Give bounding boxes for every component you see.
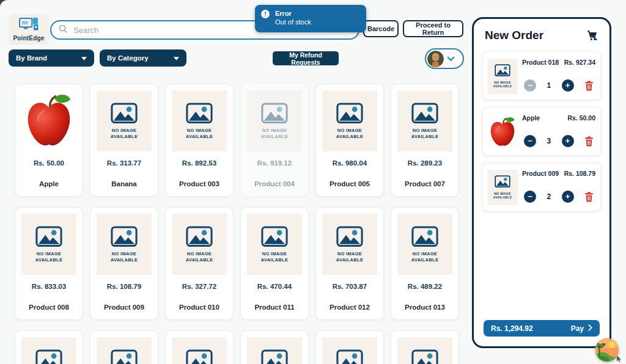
no-image-placeholder: NO IMAGEAVAILABLE bbox=[261, 226, 289, 263]
no-image-label: NO IMAGEAVAILABLE bbox=[261, 251, 289, 263]
new-order-panel: New Order NO IMAGEAVAILABLE Product 018 … bbox=[472, 17, 611, 348]
increase-quantity-button[interactable]: + bbox=[562, 191, 574, 203]
product-image: NO IMAGEAVAILABLE bbox=[172, 90, 227, 151]
product-card-partial[interactable]: NO IMAGEAVAILABLE bbox=[391, 330, 459, 364]
product-image: NO IMAGEAVAILABLE bbox=[247, 90, 302, 151]
no-image-icon bbox=[336, 103, 363, 123]
apple-image bbox=[24, 93, 74, 148]
no-image-placeholder: NO IMAGEAVAILABLE bbox=[35, 226, 63, 263]
decrease-quantity-button[interactable]: − bbox=[524, 135, 536, 147]
landscape-widget[interactable] bbox=[595, 338, 619, 362]
no-image-placeholder: NO IMAGEAVAILABLE bbox=[261, 103, 289, 140]
my-refund-requests-button[interactable]: My Refund Requests bbox=[273, 51, 339, 65]
cart-item-price: Rs. 927.34 bbox=[564, 59, 595, 66]
increase-quantity-button[interactable]: + bbox=[562, 135, 574, 147]
delete-item-icon[interactable] bbox=[584, 192, 594, 202]
no-image-icon bbox=[411, 349, 438, 364]
product-card[interactable]: NO IMAGEAVAILABLE Rs. 489.22 Product 013 bbox=[391, 207, 459, 320]
product-card[interactable]: NO IMAGEAVAILABLE Rs. 833.03 Product 008 bbox=[15, 207, 83, 320]
no-image-icon bbox=[261, 226, 288, 247]
cart-item-quantity: 2 bbox=[547, 192, 551, 201]
cart-item-price: Rs. 50.00 bbox=[567, 114, 595, 122]
cart-item-name: Product 009 bbox=[522, 170, 559, 177]
product-name: Product 003 bbox=[166, 180, 233, 187]
no-image-label: NO IMAGEAVAILABLE bbox=[411, 128, 439, 140]
product-card[interactable]: NO IMAGEAVAILABLE Rs. 327.72 Product 010 bbox=[165, 207, 234, 320]
clear-cart-icon[interactable] bbox=[586, 30, 598, 42]
no-image-icon bbox=[186, 226, 213, 247]
pointedge-logo-icon bbox=[19, 17, 39, 34]
product-card[interactable]: NO IMAGEAVAILABLE Rs. 289.23 Product 007 bbox=[391, 84, 459, 197]
no-image-icon bbox=[336, 226, 363, 247]
cart-items-list: NO IMAGEAVAILABLE Product 018 Rs. 927.34… bbox=[482, 51, 601, 211]
proceed-to-return-button[interactable]: Proceed to Return bbox=[403, 20, 463, 37]
cart-item-image bbox=[487, 114, 518, 150]
cart-total: Rs. 1,294.92 bbox=[491, 324, 533, 333]
product-image: NO IMAGEAVAILABLE bbox=[397, 337, 452, 364]
product-card[interactable]: NO IMAGEAVAILABLE Rs. 108.79 Product 009 bbox=[90, 207, 158, 320]
no-image-placeholder: NO IMAGEAVAILABLE bbox=[411, 226, 439, 263]
product-name: Product 013 bbox=[391, 304, 458, 311]
product-card-partial[interactable]: NO IMAGEAVAILABLE bbox=[165, 330, 234, 364]
product-card[interactable]: NO IMAGEAVAILABLE Rs. 703.87 Product 012 bbox=[315, 207, 384, 320]
product-name: Apple bbox=[15, 180, 83, 187]
by-brand-dropdown[interactable]: By Brand bbox=[9, 49, 94, 67]
product-card[interactable]: Rs. 50.00 Apple bbox=[15, 84, 83, 197]
product-card-partial[interactable]: NO IMAGEAVAILABLE bbox=[90, 330, 158, 364]
no-image-icon bbox=[411, 103, 438, 123]
no-image-placeholder: NO IMAGEAVAILABLE bbox=[186, 226, 213, 263]
product-name: Product 005 bbox=[316, 180, 383, 187]
product-card-partial[interactable]: NO IMAGEAVAILABLE bbox=[15, 330, 83, 364]
toast-message: Out of stock bbox=[275, 18, 311, 27]
pay-button[interactable]: Rs. 1,294.92 Pay bbox=[484, 320, 600, 337]
decrease-quantity-button: − bbox=[524, 79, 536, 92]
decrease-quantity-button[interactable]: − bbox=[524, 191, 536, 203]
no-image-icon bbox=[186, 103, 213, 123]
no-image-label: NO IMAGEAVAILABLE bbox=[336, 128, 364, 140]
product-card: NO IMAGEAVAILABLE Rs. 919.12 Product 004 bbox=[240, 84, 309, 197]
no-image-label: NO IMAGEAVAILABLE bbox=[493, 81, 512, 89]
product-name: Product 009 bbox=[90, 304, 158, 311]
product-image bbox=[21, 90, 76, 151]
pay-label: Pay bbox=[571, 324, 584, 333]
no-image-icon bbox=[111, 103, 138, 123]
chevron-right-icon bbox=[588, 324, 592, 333]
no-image-placeholder: NO IMAGEAVAILABLE bbox=[186, 349, 213, 364]
cart-item-image: NO IMAGEAVAILABLE bbox=[487, 59, 518, 94]
no-image-label: NO IMAGEAVAILABLE bbox=[35, 251, 63, 263]
barcode-button[interactable]: Barcode bbox=[363, 20, 399, 37]
no-image-placeholder: NO IMAGEAVAILABLE bbox=[111, 226, 138, 263]
product-grid: Rs. 50.00 Apple NO IMAGEAVAILABLE Rs. 31… bbox=[15, 84, 465, 364]
delete-item-icon[interactable] bbox=[584, 136, 594, 147]
user-menu[interactable] bbox=[425, 48, 464, 69]
apple-image bbox=[488, 117, 517, 148]
product-image: NO IMAGEAVAILABLE bbox=[322, 337, 377, 364]
increase-quantity-button[interactable]: + bbox=[562, 79, 574, 92]
product-image: NO IMAGEAVAILABLE bbox=[97, 214, 152, 275]
product-card[interactable]: NO IMAGEAVAILABLE Rs. 313.77 Banana bbox=[90, 84, 158, 197]
product-card-partial[interactable]: NO IMAGEAVAILABLE bbox=[240, 330, 309, 364]
product-name: Product 007 bbox=[391, 180, 458, 187]
product-name: Product 004 bbox=[241, 180, 308, 187]
no-image-placeholder: NO IMAGEAVAILABLE bbox=[186, 103, 213, 140]
product-image: NO IMAGEAVAILABLE bbox=[322, 214, 377, 275]
product-card-partial[interactable]: NO IMAGEAVAILABLE bbox=[315, 330, 384, 364]
product-card[interactable]: NO IMAGEAVAILABLE Rs. 980.04 Product 005 bbox=[315, 84, 384, 197]
product-image: NO IMAGEAVAILABLE bbox=[21, 214, 76, 275]
mouse-cursor bbox=[616, 354, 622, 364]
app-logo-label: PointEdge bbox=[13, 35, 44, 42]
no-image-label: NO IMAGEAVAILABLE bbox=[336, 251, 364, 263]
window-corner bbox=[0, 0, 8, 8]
error-toast[interactable]: ! Error Out of stock bbox=[255, 5, 366, 32]
delete-item-icon[interactable] bbox=[584, 81, 594, 91]
product-price: Rs. 703.87 bbox=[316, 283, 383, 290]
product-image: NO IMAGEAVAILABLE bbox=[97, 337, 152, 364]
product-image: NO IMAGEAVAILABLE bbox=[397, 90, 452, 151]
product-card[interactable]: NO IMAGEAVAILABLE Rs. 892.53 Product 003 bbox=[165, 84, 234, 197]
new-order-title: New Order bbox=[485, 29, 543, 42]
by-category-dropdown[interactable]: By Category bbox=[100, 49, 186, 67]
no-image-placeholder: NO IMAGEAVAILABLE bbox=[336, 103, 364, 140]
product-card[interactable]: NO IMAGEAVAILABLE Rs. 470.44 Product 011 bbox=[240, 207, 309, 320]
no-image-label: NO IMAGEAVAILABLE bbox=[186, 128, 213, 140]
no-image-icon bbox=[495, 64, 510, 76]
